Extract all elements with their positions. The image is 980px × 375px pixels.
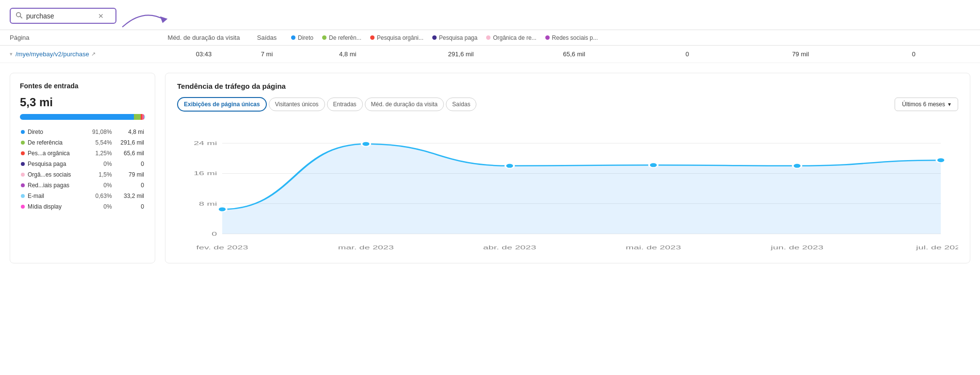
legend-dot-redes_sociais	[545, 35, 550, 40]
legend-label-redes_sociais: Redes sociais p...	[552, 34, 598, 41]
legend-item-direto: Direto	[291, 34, 313, 41]
source-pct: 91,08%	[85, 127, 113, 137]
source-pct: 0,63%	[85, 191, 113, 201]
source-row: Pes...a orgânica 1,25% 65,6 mil	[20, 148, 145, 159]
legend-label-organica_re: Orgânica de re...	[493, 34, 536, 41]
source-dot	[21, 141, 25, 145]
trend-tab-entradas[interactable]: Entradas	[327, 98, 363, 111]
expand-arrow[interactable]: ▾	[10, 51, 13, 57]
sources-title: Fontes de entrada	[20, 82, 145, 90]
trend-panel: Tendência de tráfego da página Exibições…	[165, 73, 970, 263]
source-name: Mídia display	[21, 203, 84, 210]
col-exits-val: 7 mi	[243, 50, 291, 58]
legend-dot-organica_re	[486, 35, 490, 40]
sources-panel: Fontes de entrada 5,3 mi Direto 91,08% 4…	[10, 73, 155, 263]
chart-point[interactable]	[506, 163, 514, 168]
page-link[interactable]: /mye/myebay/v2/purchase ↗	[16, 50, 96, 58]
source-label: Orgâ...es sociais	[28, 171, 71, 178]
svg-text:0: 0	[212, 231, 217, 237]
trend-tab-duracao[interactable]: Méd. de duração da visita	[365, 98, 444, 111]
chart-point[interactable]	[793, 163, 801, 168]
col-data-vals: 4,8 mi291,6 mil65,6 mil079 mil0	[291, 50, 970, 58]
arrow-annotation	[116, 4, 175, 33]
legend-item-pesquisa_paga: Pesquisa paga	[432, 34, 477, 41]
col-avg-duration-val: 03:43	[165, 50, 243, 58]
col-page-val: ▾ /mye/myebay/v2/purchase ↗	[10, 50, 165, 58]
data-val-3: 0	[631, 50, 744, 58]
source-name: De referência	[21, 139, 84, 146]
svg-text:jun. de 2023: jun. de 2023	[770, 245, 824, 250]
page-text: /mye/myebay/v2/purchase	[16, 50, 89, 58]
col-avg-duration-header: Méd. de duração da visita	[165, 34, 243, 41]
period-label: Últimos 6 meses	[902, 101, 945, 108]
chart-point[interactable]	[218, 207, 227, 212]
legend-dot-referencia	[322, 35, 327, 40]
source-val: 65,6 mil	[113, 148, 145, 159]
table-row: ▾ /mye/myebay/v2/purchase ↗ 03:43 7 mi 4…	[0, 46, 980, 63]
trend-tabs: Exibições de página únicasVisitantes úni…	[177, 97, 958, 112]
source-label: Red...iais pagas	[28, 182, 69, 189]
source-label: E-mail	[28, 193, 44, 199]
source-val: 0	[113, 180, 145, 191]
chart-container: 24 mi16 mi8 mi0fev. de 2023mar. de 2023a…	[177, 118, 958, 254]
legend-item-pesquisa_organica: Pesquisa orgâni...	[370, 34, 424, 41]
progress-segment	[20, 114, 134, 120]
source-name: Direto	[21, 129, 84, 135]
source-name: E-mail	[21, 193, 84, 199]
period-selector[interactable]: Últimos 6 meses▾	[895, 98, 958, 111]
source-pct: 0%	[85, 180, 113, 191]
chart-point[interactable]	[649, 163, 658, 167]
trend-tab-saidas[interactable]: Saídas	[446, 98, 476, 111]
source-dot	[21, 205, 25, 209]
legend-items: DiretoDe referên...Pesquisa orgâni...Pes…	[291, 34, 970, 41]
source-pct: 0%	[85, 201, 113, 212]
trend-title: Tendência de tráfego da página	[177, 82, 958, 90]
col-exits-header: Saídas	[243, 34, 291, 41]
source-dot	[21, 173, 25, 177]
svg-text:24 mi: 24 mi	[194, 140, 217, 146]
source-row: Orgâ...es sociais 1,5% 79 mil	[20, 169, 145, 180]
chart-area	[222, 144, 941, 234]
source-val: 0	[113, 159, 145, 169]
source-val: 79 mil	[113, 169, 145, 180]
trend-tab-visitantes[interactable]: Visitantes únicos	[269, 98, 325, 111]
source-dot	[21, 130, 25, 134]
search-box[interactable]: ✕	[10, 8, 116, 24]
chart-point[interactable]	[936, 158, 945, 163]
source-name: Pes...a orgânica	[21, 150, 84, 157]
legend-item-referencia: De referên...	[322, 34, 361, 41]
source-dot	[21, 151, 25, 155]
data-val-5: 0	[857, 50, 970, 58]
col-page-header: Página	[10, 34, 165, 41]
svg-text:jul. de 2023: jul. de 2023	[915, 245, 958, 250]
svg-text:8 mi: 8 mi	[199, 201, 217, 207]
legend-label-direto: Direto	[298, 34, 313, 41]
clear-icon[interactable]: ✕	[98, 12, 104, 20]
source-dot	[21, 194, 25, 198]
source-row: E-mail 0,63% 33,2 mil	[20, 191, 145, 201]
chart-point[interactable]	[361, 142, 370, 147]
source-dot	[21, 183, 25, 187]
external-link-icon[interactable]: ↗	[91, 51, 96, 57]
sources-table: Direto 91,08% 4,8 mi De referência 5,54%…	[20, 127, 145, 212]
chevron-down-icon: ▾	[948, 101, 951, 108]
svg-text:mai. de 2023: mai. de 2023	[626, 245, 681, 250]
progress-bar	[20, 114, 145, 120]
source-val: 33,2 mil	[113, 191, 145, 201]
legend-label-pesquisa_organica: Pesquisa orgâni...	[377, 34, 424, 41]
search-icon	[16, 12, 22, 20]
source-pct: 5,54%	[85, 137, 113, 148]
svg-line-1	[20, 16, 22, 18]
source-pct: 1,25%	[85, 148, 113, 159]
progress-segment	[134, 114, 141, 120]
source-pct: 1,5%	[85, 169, 113, 180]
source-name: Red...iais pagas	[21, 182, 84, 189]
search-input[interactable]	[26, 12, 94, 20]
trend-tab-exibicoes[interactable]: Exibições de página únicas	[177, 97, 267, 112]
data-val-0: 4,8 mi	[291, 50, 404, 58]
legend-item-redes_sociais: Redes sociais p...	[545, 34, 598, 41]
source-val: 4,8 mi	[113, 127, 145, 137]
legend-dot-pesquisa_paga	[432, 35, 437, 40]
svg-text:mar. de 2023: mar. de 2023	[338, 245, 394, 250]
svg-marker-2	[160, 16, 167, 23]
